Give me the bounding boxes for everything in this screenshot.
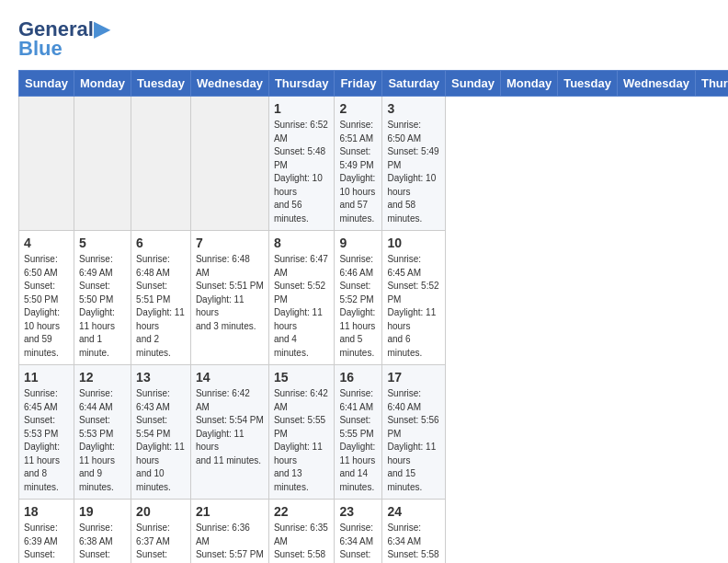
day-number: 20 [136, 504, 186, 519]
day-info: Sunrise: 6:52 AM Sunset: 5:48 PM Dayligh… [274, 119, 330, 225]
calendar-cell [19, 97, 74, 231]
day-info: Sunrise: 6:43 AM Sunset: 5:54 PM Dayligh… [136, 387, 186, 494]
calendar-cell: 7Sunrise: 6:48 AM Sunset: 5:51 PM Daylig… [190, 231, 268, 365]
day-info: Sunrise: 6:34 AM Sunset: 5:58 PM Dayligh… [339, 522, 377, 563]
day-number: 3 [387, 101, 440, 116]
calendar-cell: 10Sunrise: 6:45 AM Sunset: 5:52 PM Dayli… [382, 231, 446, 365]
day-number: 1 [274, 101, 330, 116]
page-header: General▶ Blue [18, 18, 710, 61]
day-info: Sunrise: 6:38 AM Sunset: 5:56 PM Dayligh… [79, 522, 126, 563]
calendar-cell: 8Sunrise: 6:47 AM Sunset: 5:52 PM Daylig… [268, 231, 335, 365]
calendar-cell: 1Sunrise: 6:52 AM Sunset: 5:48 PM Daylig… [268, 97, 335, 231]
day-number: 23 [339, 504, 377, 519]
day-number: 7 [196, 236, 264, 250]
day-info: Sunrise: 6:45 AM Sunset: 5:53 PM Dayligh… [24, 387, 69, 494]
calendar-cell: 11Sunrise: 6:45 AM Sunset: 5:53 PM Dayli… [19, 365, 74, 500]
header-saturday: Saturday [382, 71, 446, 97]
day-number: 5 [79, 236, 126, 250]
day-info: Sunrise: 6:48 AM Sunset: 5:51 PM Dayligh… [136, 253, 186, 360]
calendar-week-4: 18Sunrise: 6:39 AM Sunset: 5:56 PM Dayli… [19, 500, 729, 563]
calendar-cell: 13Sunrise: 6:43 AM Sunset: 5:54 PM Dayli… [131, 365, 191, 500]
calendar-cell: 15Sunrise: 6:42 AM Sunset: 5:55 PM Dayli… [268, 365, 335, 500]
calendar-cell: 16Sunrise: 6:41 AM Sunset: 5:55 PM Dayli… [335, 365, 382, 500]
col-header-wednesday: Wednesday [617, 71, 695, 97]
calendar-cell: 12Sunrise: 6:44 AM Sunset: 5:53 PM Dayli… [74, 365, 131, 500]
header-tuesday: Tuesday [131, 71, 191, 97]
day-info: Sunrise: 6:51 AM Sunset: 5:49 PM Dayligh… [339, 119, 377, 225]
calendar-cell: 14Sunrise: 6:42 AM Sunset: 5:54 PM Dayli… [190, 365, 268, 500]
day-number: 19 [79, 504, 126, 519]
calendar-header-row: SundayMondayTuesdayWednesdayThursdayFrid… [19, 71, 729, 97]
day-number: 22 [274, 504, 330, 519]
day-info: Sunrise: 6:40 AM Sunset: 5:56 PM Dayligh… [387, 387, 440, 494]
header-friday: Friday [335, 71, 382, 97]
header-wednesday: Wednesday [190, 71, 268, 97]
day-number: 9 [339, 236, 377, 250]
day-info: Sunrise: 6:48 AM Sunset: 5:51 PM Dayligh… [196, 253, 264, 333]
header-sunday: Sunday [19, 71, 74, 97]
day-number: 18 [24, 504, 69, 519]
day-number: 11 [24, 370, 69, 385]
calendar-cell: 19Sunrise: 6:38 AM Sunset: 5:56 PM Dayli… [74, 500, 131, 563]
calendar-cell: 23Sunrise: 6:34 AM Sunset: 5:58 PM Dayli… [335, 500, 382, 563]
day-number: 17 [387, 370, 440, 385]
day-number: 16 [339, 370, 377, 385]
day-number: 10 [387, 236, 440, 250]
calendar-cell: 24Sunrise: 6:34 AM Sunset: 5:58 PM Dayli… [382, 500, 446, 563]
col-header-tuesday: Tuesday [558, 71, 618, 97]
calendar-cell [74, 97, 131, 231]
day-info: Sunrise: 6:35 AM Sunset: 5:58 PM Dayligh… [274, 522, 330, 563]
day-number: 4 [24, 236, 69, 250]
day-info: Sunrise: 6:39 AM Sunset: 5:56 PM Dayligh… [24, 522, 69, 563]
calendar-cell: 17Sunrise: 6:40 AM Sunset: 5:56 PM Dayli… [382, 365, 446, 500]
calendar-cell [190, 97, 268, 231]
calendar-cell: 9Sunrise: 6:46 AM Sunset: 5:52 PM Daylig… [335, 231, 382, 365]
day-info: Sunrise: 6:50 AM Sunset: 5:50 PM Dayligh… [24, 253, 69, 360]
day-info: Sunrise: 6:42 AM Sunset: 5:55 PM Dayligh… [274, 387, 330, 494]
day-number: 21 [196, 504, 264, 519]
day-number: 24 [387, 504, 440, 519]
calendar-cell: 3Sunrise: 6:50 AM Sunset: 5:49 PM Daylig… [382, 97, 446, 231]
calendar-cell [131, 97, 191, 231]
col-header-monday: Monday [501, 71, 558, 97]
calendar-table: SundayMondayTuesdayWednesdayThursdayFrid… [18, 70, 728, 563]
logo: General▶ Blue [18, 18, 109, 61]
calendar-cell: 22Sunrise: 6:35 AM Sunset: 5:58 PM Dayli… [268, 500, 335, 563]
calendar-cell: 4Sunrise: 6:50 AM Sunset: 5:50 PM Daylig… [19, 231, 74, 365]
calendar-cell: 5Sunrise: 6:49 AM Sunset: 5:50 PM Daylig… [74, 231, 131, 365]
header-monday: Monday [74, 71, 131, 97]
header-thursday: Thursday [268, 71, 335, 97]
day-info: Sunrise: 6:37 AM Sunset: 5:57 PM Dayligh… [136, 522, 186, 563]
day-number: 2 [339, 101, 377, 116]
calendar-cell: 2Sunrise: 6:51 AM Sunset: 5:49 PM Daylig… [335, 97, 382, 231]
day-number: 6 [136, 236, 186, 250]
calendar-week-2: 4Sunrise: 6:50 AM Sunset: 5:50 PM Daylig… [19, 231, 729, 365]
day-info: Sunrise: 6:42 AM Sunset: 5:54 PM Dayligh… [196, 387, 264, 467]
day-info: Sunrise: 6:46 AM Sunset: 5:52 PM Dayligh… [339, 253, 377, 360]
day-number: 8 [274, 236, 330, 250]
calendar-week-1: 1Sunrise: 6:52 AM Sunset: 5:48 PM Daylig… [19, 97, 729, 231]
calendar-cell: 18Sunrise: 6:39 AM Sunset: 5:56 PM Dayli… [19, 500, 74, 563]
day-info: Sunrise: 6:50 AM Sunset: 5:49 PM Dayligh… [387, 119, 440, 225]
day-info: Sunrise: 6:36 AM Sunset: 5:57 PM Dayligh… [196, 522, 264, 563]
calendar-cell: 20Sunrise: 6:37 AM Sunset: 5:57 PM Dayli… [131, 500, 191, 563]
day-info: Sunrise: 6:49 AM Sunset: 5:50 PM Dayligh… [79, 253, 126, 360]
day-number: 12 [79, 370, 126, 385]
day-info: Sunrise: 6:41 AM Sunset: 5:55 PM Dayligh… [339, 387, 377, 494]
col-header-sunday: Sunday [446, 71, 501, 97]
day-info: Sunrise: 6:47 AM Sunset: 5:52 PM Dayligh… [274, 253, 330, 360]
day-info: Sunrise: 6:44 AM Sunset: 5:53 PM Dayligh… [79, 387, 126, 494]
calendar-cell: 6Sunrise: 6:48 AM Sunset: 5:51 PM Daylig… [131, 231, 191, 365]
calendar-week-3: 11Sunrise: 6:45 AM Sunset: 5:53 PM Dayli… [19, 365, 729, 500]
day-number: 15 [274, 370, 330, 385]
col-header-thursday: Thursday [695, 71, 728, 97]
day-number: 13 [136, 370, 186, 385]
calendar-cell: 21Sunrise: 6:36 AM Sunset: 5:57 PM Dayli… [190, 500, 268, 563]
day-info: Sunrise: 6:34 AM Sunset: 5:58 PM Dayligh… [387, 522, 440, 563]
day-number: 14 [196, 370, 264, 385]
day-info: Sunrise: 6:45 AM Sunset: 5:52 PM Dayligh… [387, 253, 440, 360]
